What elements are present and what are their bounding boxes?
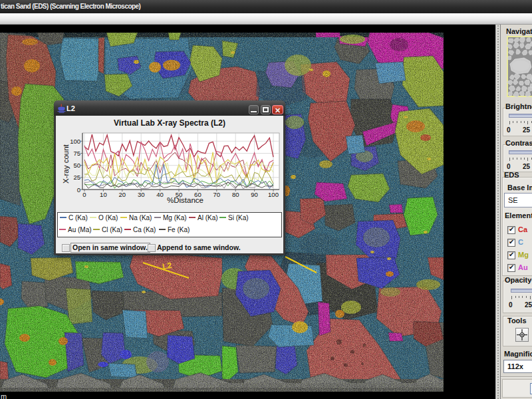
svg-text:70: 70 — [213, 191, 221, 198]
svg-text:0: 0 — [77, 186, 80, 194]
svg-text:80: 80 — [232, 191, 239, 198]
svg-text:100: 100 — [70, 138, 80, 145]
svg-text:90: 90 — [251, 191, 258, 198]
svg-text:100: 100 — [268, 191, 279, 198]
svg-text:30: 30 — [138, 191, 145, 198]
svg-text:10: 10 — [100, 191, 107, 198]
svg-text:25: 25 — [73, 174, 80, 181]
svg-text:20: 20 — [119, 191, 126, 198]
svg-text:L2: L2 — [162, 261, 173, 271]
svg-text:40: 40 — [156, 191, 164, 198]
svg-text:0: 0 — [82, 191, 86, 198]
svg-text:50: 50 — [73, 162, 80, 169]
svg-text:75: 75 — [73, 150, 80, 157]
